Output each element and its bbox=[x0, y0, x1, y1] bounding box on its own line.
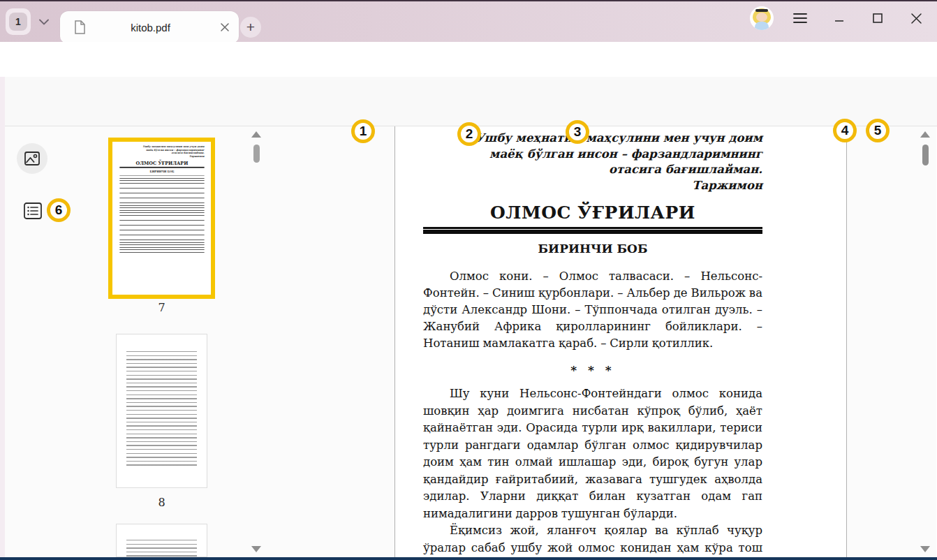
paragraph: Ёқимсиз жой, яланғоч қоялар ва кўплаб чу… bbox=[423, 522, 762, 557]
thumbnails-view-button[interactable] bbox=[17, 143, 47, 174]
pdf-file-icon bbox=[74, 20, 86, 34]
chapter-heading: БИРИНЧИ БОБ bbox=[423, 242, 762, 256]
chapter-summary: Олмос кони. – Олмос талвасаси. – Нельсон… bbox=[423, 268, 762, 352]
callout-3-rotate: 3 bbox=[566, 120, 589, 144]
pdf-viewer: Ушбу меҳнатим маҳсулини мен учун доим ма… bbox=[5, 126, 936, 557]
thumbnail-label-8: 8 bbox=[108, 496, 215, 509]
callout-5-print: 5 bbox=[866, 119, 890, 142]
tab-strip: 1 kitob.pdf + bbox=[0, 1, 937, 42]
address-bar-row: Я file:///C:/1/kitob.pdf Chop etish ⋮ bbox=[0, 42, 937, 77]
tab-group-chevron-down-icon[interactable] bbox=[36, 14, 52, 29]
thumb-scrollbar-thumb[interactable] bbox=[253, 145, 260, 163]
new-tab-button[interactable]: + bbox=[240, 17, 261, 38]
main-scrollbar-thumb[interactable] bbox=[922, 145, 929, 165]
thumb-scrollbar-up-arrow[interactable] bbox=[251, 131, 261, 138]
callout-4-download: 4 bbox=[833, 119, 857, 142]
thumbnail-label-7: 7 bbox=[108, 301, 215, 314]
avatar-headband bbox=[755, 9, 768, 12]
epigraph-signature: Таржимон bbox=[423, 178, 762, 194]
thumbnail-page-7[interactable]: Ушбу меҳнатим маҳсулини мен учун доим ма… bbox=[108, 138, 215, 299]
window-maximize-button[interactable] bbox=[866, 6, 890, 30]
avatar-face bbox=[756, 13, 767, 22]
window-bottom-edge bbox=[0, 557, 937, 560]
window-left-edge bbox=[0, 77, 5, 557]
avatar-body bbox=[755, 22, 769, 30]
thumbnail-page-8[interactable] bbox=[116, 334, 207, 488]
browser-window: 1 kitob.pdf + bbox=[0, 0, 937, 560]
tab-group-count: 1 bbox=[9, 13, 27, 31]
thumbnail-text-lines bbox=[119, 175, 204, 255]
thumbnail-text-lines bbox=[126, 351, 197, 469]
pdf-toolbar: kitob.pdf / 568 − 100% + ⋮ bbox=[0, 77, 937, 126]
pdf-page: Ушбу меҳнатим маҳсулини мен учун доим ма… bbox=[394, 126, 847, 557]
outline-view-button[interactable] bbox=[23, 202, 43, 220]
window-minimize-button[interactable] bbox=[827, 6, 851, 30]
callout-1-page-number: 1 bbox=[351, 119, 375, 143]
thumb-scrollbar-down-arrow[interactable] bbox=[251, 546, 261, 552]
main-scrollbar-down-arrow[interactable] bbox=[920, 546, 930, 552]
tab-group-button[interactable]: 1 bbox=[6, 8, 31, 35]
image-icon bbox=[24, 150, 40, 167]
tab-close-icon[interactable] bbox=[215, 17, 235, 37]
table-of-contents-icon bbox=[24, 202, 42, 219]
profile-avatar[interactable] bbox=[750, 6, 774, 30]
main-scrollbar-up-arrow[interactable] bbox=[920, 131, 930, 138]
section-separator: * * * bbox=[423, 363, 762, 377]
thumbnail-text-lines bbox=[126, 540, 197, 557]
tab-kitob-pdf[interactable]: kitob.pdf bbox=[60, 11, 239, 43]
thumbnail-page-9[interactable] bbox=[116, 524, 207, 557]
book-title: ОЛМОС ЎҒРИЛАРИ bbox=[423, 202, 762, 223]
callout-6-outline: 6 bbox=[47, 198, 71, 222]
callout-2-zoom-controls: 2 bbox=[457, 122, 481, 146]
title-rule bbox=[423, 227, 762, 229]
browser-menu-icon[interactable] bbox=[788, 6, 812, 30]
window-close-button[interactable] bbox=[904, 6, 928, 30]
tab-title: kitob.pdf bbox=[86, 22, 215, 34]
paragraph: Шу куни Нельсонс-Фонтейндаги олмос конид… bbox=[423, 385, 762, 522]
